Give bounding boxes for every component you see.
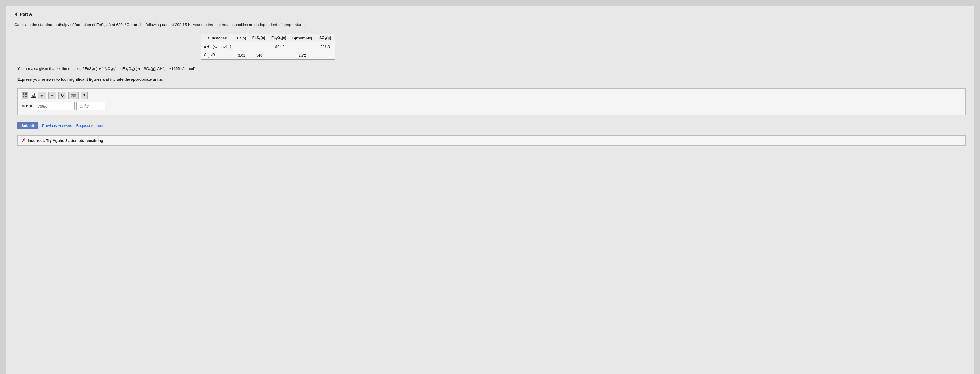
s-cp: 2.72 [290,51,315,59]
help-button[interactable]: ? [81,92,88,99]
matrix-icon-btn[interactable] [22,92,28,99]
page-container: Part A Calculate the standard enthalpy o… [6,6,974,374]
input-box: μÅ ↩ ↪ ↻ ⌨ ? ΔH°f = [18,88,966,115]
fe-cp: 3.02 [234,51,249,59]
input-row: ΔH°f = [22,102,961,110]
mu-button[interactable]: μÅ [30,93,36,98]
col-s: S(rhombic) [290,34,315,42]
error-box: ✗ Incorrect; Try Again; 2 attempts remai… [18,135,966,146]
fe2o3-enthalpy: −824.2 [268,42,289,51]
col-so2: SO2(g) [315,34,335,42]
value-input[interactable] [34,102,75,110]
col-fes2: FeS2(s) [249,34,268,42]
enthalpy-label: ΔH°f = [22,104,32,109]
undo-button[interactable]: ↩ [38,92,46,99]
request-answer-link[interactable]: Request Answer [76,123,103,128]
part-label: Part A [20,11,32,16]
actions-row: Submit Previous Answers Request Answer [18,122,966,129]
question-text: Calculate the standard enthalpy of forma… [14,22,332,29]
fe2o3-cp [268,51,289,59]
error-message: Incorrect; Try Again; 2 attempts remaini… [28,138,103,143]
collapse-icon[interactable] [14,12,18,16]
data-table: Substance Fe(s) FeS2(s) Fe2O3(s) S(rhomb… [201,34,335,59]
submit-button[interactable]: Submit [18,122,38,129]
part-header: Part A [14,11,966,16]
so2-enthalpy: −296.81 [315,42,335,51]
keyboard-button[interactable]: ⌨ [68,92,79,99]
fes2-enthalpy [249,42,268,51]
col-substance: Substance [201,34,234,42]
previous-answers-link[interactable]: Previous Answers [42,123,72,128]
redo-button[interactable]: ↪ [48,92,56,99]
error-icon: ✗ [22,138,25,143]
instruction-text: Express your answer to four significant … [18,77,966,81]
row1-label: ΔH°f (kJ · mol−1) [201,42,234,51]
fes2-cp: 7.48 [249,51,268,59]
col-fe: Fe(s) [234,34,249,42]
s-enthalpy [290,42,315,51]
so2-cp [315,51,335,59]
col-fe2o3: Fe2O3(s) [268,34,289,42]
units-input[interactable] [76,102,105,110]
toolbar: μÅ ↩ ↪ ↻ ⌨ ? [22,92,961,99]
row2-label: Cp,m/R [201,51,234,59]
fe-enthalpy [234,42,249,51]
reaction-text: You are also given that for the reaction… [18,65,966,73]
refresh-button[interactable]: ↻ [58,92,66,99]
